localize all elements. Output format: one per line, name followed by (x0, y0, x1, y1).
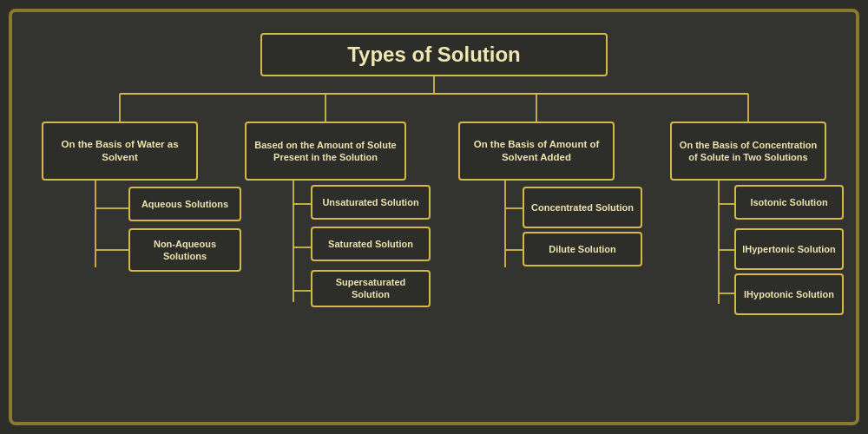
col2-child-1: Saturated Solution (311, 227, 431, 261)
col3-child-0: Concentrated Solution (523, 187, 642, 228)
col4-child-2: lHypotonic Solution (734, 273, 844, 315)
col1-child-1: Non-Aqueous Solutions (128, 228, 241, 272)
board: Types of Solution On the Basis of Water … (9, 9, 859, 425)
col3-child-1: Dilute Solution (523, 232, 642, 266)
col1-header: On the Basis of Water as Solvent (42, 122, 198, 181)
col3-header: On the Basis of Amount of Solvent Added (458, 122, 615, 181)
col4-child-0: Isotonic Solution (734, 185, 844, 220)
col1-child-0: Aqueous Solutions (128, 187, 241, 221)
col2-child-2: Supersaturated Solution (311, 270, 431, 307)
col2-header: Based on the Amount of Solute Present in… (245, 122, 406, 181)
title-box: Types of Solution (260, 33, 608, 76)
col2-child-0: Unsaturated Solution (311, 185, 431, 220)
col4-child-1: lHypertonic Solution (734, 228, 844, 270)
diagram: Types of Solution On the Basis of Water … (17, 26, 851, 391)
col4-header: On the Basis of Concentration of Solute … (670, 122, 826, 181)
